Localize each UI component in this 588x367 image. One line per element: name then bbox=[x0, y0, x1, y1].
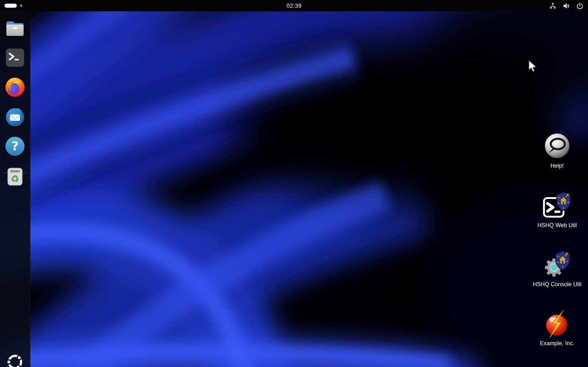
firefox-icon[interactable] bbox=[4, 76, 26, 98]
dock: ? ♻ bbox=[0, 11, 30, 367]
power-icon[interactable] bbox=[576, 2, 583, 10]
desktop-icon-hshq-web-util[interactable]: HSHQ Web Util bbox=[525, 191, 588, 228]
top-panel: 02:39 bbox=[0, 0, 588, 11]
desktop[interactable]: 02:39 bbox=[0, 0, 588, 367]
system-tray bbox=[549, 0, 583, 11]
thunderbird-icon[interactable] bbox=[4, 106, 26, 128]
desktop-icon-example-inc[interactable]: Example, Inc. bbox=[525, 309, 588, 347]
clock[interactable]: 02:39 bbox=[0, 0, 588, 11]
wallpaper-blue-swirl bbox=[0, 0, 588, 367]
desktop-icon-label: Help! bbox=[525, 163, 588, 169]
network-icon[interactable] bbox=[549, 2, 557, 10]
terminal-icon[interactable] bbox=[4, 47, 26, 69]
trash-icon[interactable]: ♻ bbox=[4, 166, 26, 188]
help-icon[interactable]: ? bbox=[4, 135, 26, 157]
lightning-orb-icon bbox=[543, 309, 572, 338]
gear-shield-icon bbox=[543, 250, 572, 279]
files-icon[interactable] bbox=[4, 18, 26, 40]
desktop-icon-label: Example, Inc. bbox=[525, 340, 588, 347]
svg-text:♻: ♻ bbox=[11, 174, 20, 184]
desktop-icon-hshq-console-util[interactable]: HSHQ Console Util bbox=[525, 250, 588, 288]
volume-icon[interactable] bbox=[563, 2, 570, 10]
terminal-shield-icon bbox=[543, 191, 572, 220]
speech-bubble-sphere-icon bbox=[543, 132, 572, 161]
desktop-icon-label: HSHQ Web Util bbox=[525, 222, 588, 228]
svg-text:?: ? bbox=[11, 139, 19, 153]
desktop-icon-help[interactable]: Help! bbox=[525, 132, 588, 169]
ubuntu-logo-icon[interactable] bbox=[4, 351, 26, 367]
desktop-icon-label: HSHQ Console Util bbox=[525, 281, 588, 288]
